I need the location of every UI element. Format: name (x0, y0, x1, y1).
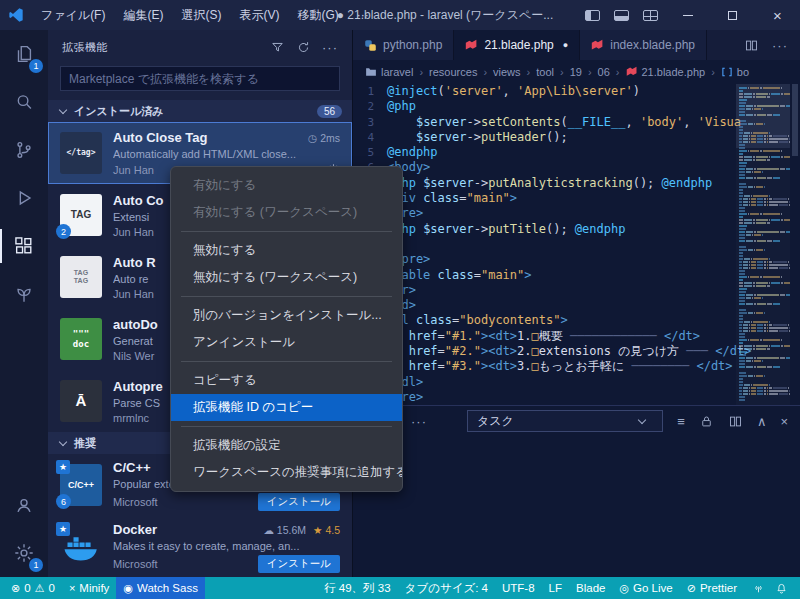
explorer-badge: 1 (29, 59, 43, 73)
status-item-Prettier[interactable]: ⊘Prettier (680, 577, 744, 599)
editor-scrollbar[interactable] (790, 84, 800, 405)
breadcrumb-item[interactable]: bo (721, 66, 749, 78)
activity-project-tree[interactable] (0, 270, 48, 318)
code-editor[interactable]: 1@inject('server', 'App\Lib\server')2@ph… (353, 84, 800, 405)
minimap-line (739, 159, 790, 161)
menubar-item[interactable]: ··· (348, 0, 378, 30)
context-menu-item[interactable]: 拡張機能 ID のコピー (171, 394, 402, 421)
context-menu-item[interactable]: アンインストール (171, 329, 402, 356)
activity-search[interactable] (0, 78, 48, 126)
breadcrumb-item[interactable]: 21.blade.php (626, 66, 706, 78)
context-menu-item[interactable]: 別のバージョンをインストール... (171, 302, 402, 329)
context-menu-item[interactable]: ワークスペースの推奨事項に追加する (171, 459, 402, 486)
status-item-行 49、列 33[interactable]: 行 49、列 33 (317, 577, 397, 599)
status-item-Go Live[interactable]: ◎Go Live (612, 577, 679, 599)
activity-source-control[interactable] (0, 126, 48, 174)
minimap-segment (751, 390, 757, 392)
maximize-panel-icon[interactable]: ∧ (757, 415, 767, 428)
activity-explorer[interactable]: 1 (0, 30, 48, 78)
breadcrumb-item[interactable]: views (493, 66, 521, 78)
tab-python.php[interactable]: python.php (353, 30, 454, 60)
bell-icon[interactable] (775, 582, 788, 595)
minimap-segment (746, 114, 754, 116)
minimap-segment (739, 351, 747, 353)
install-button[interactable]: インストール (258, 555, 340, 573)
activity-extensions[interactable] (0, 222, 48, 270)
split-panel-icon[interactable] (728, 414, 743, 429)
status-item-Minify[interactable]: ×Minify (62, 577, 116, 599)
context-menu-item[interactable]: 拡張機能の設定 (171, 432, 402, 459)
breadcrumb-item[interactable]: resources (429, 66, 477, 78)
breadcrumb-item[interactable]: 06 (598, 66, 610, 78)
problems-status[interactable]: ⊗ 0 ⚠ 0 (4, 577, 62, 599)
maximize-button[interactable] (710, 0, 755, 30)
refresh-icon[interactable] (296, 40, 311, 55)
activity-manage[interactable]: 1 (0, 529, 48, 577)
minimap-segment (746, 168, 754, 170)
tab-index.blade.php[interactable]: index.blade.php (580, 30, 707, 60)
breadcrumb-label: views (493, 66, 521, 78)
lock-icon[interactable] (699, 414, 714, 429)
minimap-line (739, 207, 790, 209)
context-menu-item[interactable]: 無効にする (ワークスペース) (171, 264, 402, 291)
toggle-panel-icon[interactable] (614, 10, 629, 21)
install-button[interactable]: インストール (258, 493, 340, 511)
minimap-segment (739, 399, 745, 401)
minimap-segment (744, 93, 752, 95)
minimize-button[interactable] (665, 0, 710, 30)
menubar-item[interactable]: 選択(S) (172, 0, 230, 30)
menubar-item[interactable]: ファイル(F) (32, 0, 114, 30)
close-button[interactable]: × (755, 0, 800, 30)
breadcrumb-item[interactable]: laravel (365, 66, 413, 78)
extension-search-input[interactable] (61, 72, 339, 86)
minimap[interactable] (736, 84, 790, 405)
status-item-LF[interactable]: LF (542, 577, 569, 599)
scrollbar-thumb[interactable] (792, 84, 798, 156)
tab-21.blade.php[interactable]: 21.blade.php● (454, 30, 580, 60)
minimap-line (739, 288, 790, 290)
minimap-segment (764, 330, 766, 332)
auto-rename-tag-icon: TAG TAG (60, 256, 102, 298)
menubar-item[interactable]: 編集(E) (114, 0, 172, 30)
panel-more-icon[interactable]: ··· (411, 415, 427, 428)
filter-icon[interactable] (270, 40, 285, 55)
status-item-Watch Sass[interactable]: ◉Watch Sass (116, 577, 205, 599)
status-item-Blade[interactable]: Blade (569, 577, 612, 599)
minimap-segment (739, 108, 745, 110)
code-line: 17<a href="#1."><dt>1.□概要 ──────────── <… (353, 329, 800, 344)
error-count: 0 (24, 582, 30, 594)
status-item-UTF-8[interactable]: UTF-8 (495, 577, 542, 599)
minimap-segment (749, 261, 750, 263)
more-actions-icon[interactable]: ··· (322, 41, 338, 54)
minimap-line (739, 333, 790, 335)
editor-more-icon[interactable]: ··· (772, 39, 788, 52)
menubar-item[interactable]: 表示(V) (230, 0, 288, 30)
status-item-タブのサイズ: 4[interactable]: タブのサイズ: 4 (398, 577, 495, 599)
signal-icon[interactable] (752, 582, 765, 595)
minimap-line (739, 363, 790, 365)
split-editor-icon[interactable] (744, 38, 759, 53)
context-menu-item[interactable]: コピーする (171, 367, 402, 394)
close-panel-icon[interactable]: × (780, 415, 788, 428)
toggle-sidebar-icon[interactable] (585, 10, 600, 21)
run-debug-icon (13, 187, 35, 209)
section-installed[interactable]: インストール済み 56 (48, 100, 352, 122)
minimap-segment (751, 264, 757, 266)
minimap-line (739, 375, 790, 377)
extension-list-item[interactable]: ★Docker☁ 15.6M★ 4.5Makes it easy to crea… (48, 516, 352, 577)
minimap-segment (744, 258, 750, 260)
minimap-segment (771, 219, 780, 221)
clear-output-icon[interactable]: ≡ (677, 415, 685, 428)
breadcrumb-item[interactable]: 19 (570, 66, 582, 78)
minimap-segment (744, 345, 752, 347)
minimap-segment (750, 276, 759, 278)
activity-run-debug[interactable] (0, 174, 48, 222)
customize-layout-icon[interactable] (643, 10, 658, 21)
minimap-segment (769, 138, 788, 140)
activity-account[interactable] (0, 481, 48, 529)
menubar-item[interactable]: 移動(G) (288, 0, 347, 30)
breadcrumb-item[interactable]: tool (536, 66, 554, 78)
context-menu-item[interactable]: 無効にする (171, 237, 402, 264)
task-dropdown[interactable]: タスク (467, 410, 663, 432)
minimap-segment (744, 321, 750, 323)
